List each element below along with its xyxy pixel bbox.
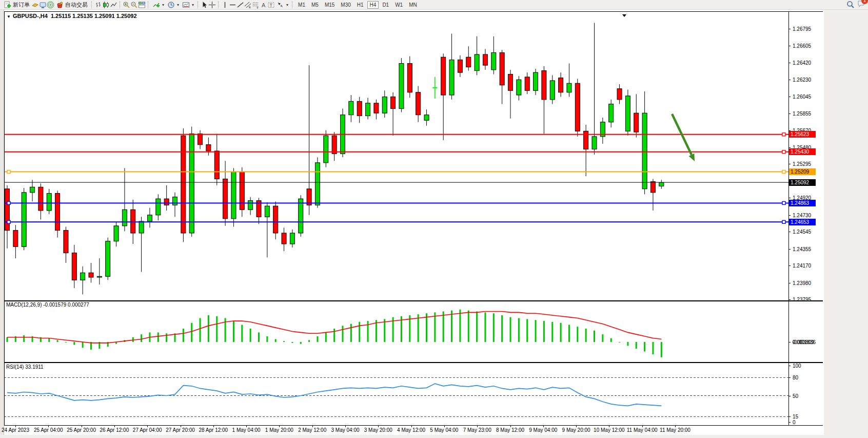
pane-splitter-rsi[interactable]: [4, 362, 823, 363]
scroll-position-marker[interactable]: [622, 14, 626, 17]
timeframe-h1[interactable]: H1: [354, 1, 366, 9]
equidistant-channel-tool-icon[interactable]: E: [244, 1, 252, 9]
macd-histogram-bar: [208, 315, 209, 342]
macd-histogram-bar: [23, 335, 25, 342]
vertical-line-tool-icon[interactable]: [221, 1, 229, 9]
main-toolbar: 新订单 自动交易: [0, 0, 868, 10]
macd-histogram-bar: [191, 323, 192, 342]
macd-histogram-bar: [258, 332, 260, 342]
macd-histogram-bar: [216, 316, 218, 342]
horizontal-line[interactable]: [4, 133, 788, 136]
macd-histogram-bar: [275, 339, 277, 342]
horizontal-line-tool-icon[interactable]: [229, 1, 236, 9]
crosshair-icon[interactable]: [208, 1, 216, 9]
timeframe-d1[interactable]: D1: [380, 1, 391, 9]
autotrade-button[interactable]: 自动交易: [54, 1, 89, 9]
rsi-pane[interactable]: [4, 363, 788, 425]
bar-chart-type-icon[interactable]: [94, 1, 102, 9]
price-tag: 1.24653: [789, 219, 816, 225]
macd-histogram-bar: [560, 323, 562, 342]
macd-histogram-bar: [82, 342, 84, 348]
rsi-tick-label: 80: [793, 375, 798, 380]
macd-histogram-bar: [484, 312, 486, 342]
svg-text:F: F: [257, 6, 259, 9]
toolbar-separator: [198, 2, 199, 8]
timeframe-m1[interactable]: M1: [295, 1, 308, 9]
notifications-button[interactable]: 1: [857, 0, 865, 10]
text-tool-icon[interactable]: A: [260, 1, 267, 9]
macd-histogram-bar: [594, 331, 595, 342]
macd-histogram-bar: [317, 336, 318, 342]
autotrade-bucket-icon: [56, 1, 64, 9]
macd-histogram-bar: [585, 329, 587, 342]
timeframe-m15[interactable]: M15: [322, 1, 337, 9]
new-order-icon: [4, 1, 11, 9]
macd-histogram-bar: [57, 340, 58, 342]
time-tick-label: 9 May 04:00: [529, 427, 557, 433]
macd-pane[interactable]: [4, 301, 788, 362]
rsi-tick-label: 15: [793, 414, 798, 420]
macd-histogram-bar: [250, 329, 251, 342]
text-label-tool-icon[interactable]: T: [267, 1, 275, 9]
pane-splitter-macd[interactable]: [4, 300, 823, 301]
macd-histogram-bar: [443, 311, 444, 342]
rsi-line: [7, 384, 661, 406]
candlestick-chart-type-icon[interactable]: [102, 1, 110, 9]
svg-text:A: A: [262, 2, 266, 8]
macd-tick-label: -0.001836: [793, 339, 816, 345]
indicators-button[interactable]: ▾: [151, 1, 166, 9]
arrows-tool-button[interactable]: ▾: [275, 1, 290, 9]
time-tick-label: 7 May 23:00: [463, 427, 491, 433]
macd-histogram-bar: [493, 313, 495, 342]
templates-button[interactable]: ▾: [181, 1, 195, 9]
price-tick-label: 1.24355: [793, 246, 811, 252]
price-tick-label: 1.24730: [793, 213, 811, 218]
fibonacci-tool-icon[interactable]: F: [252, 1, 260, 9]
dropdown-caret: ▾: [177, 3, 179, 7]
workspace-right-area: [824, 10, 868, 438]
toolbar-separator: [120, 2, 121, 8]
rsi-tick-label: 50: [793, 393, 798, 399]
macd-histogram-bar: [200, 318, 201, 342]
horizontal-line[interactable]: [4, 201, 788, 204]
horizontal-line[interactable]: [4, 170, 788, 174]
macd-histogram-bar: [501, 315, 503, 342]
price-tag: 1.25623: [789, 131, 816, 138]
new-order-button[interactable]: 新订单: [2, 1, 31, 9]
time-tick-label: 25 Apr 20:00: [67, 427, 96, 433]
horizontal-line[interactable]: [4, 150, 788, 154]
macd-histogram-bar: [141, 334, 142, 342]
horizontal-line[interactable]: [4, 220, 788, 223]
macd-histogram-bar: [568, 325, 570, 342]
macd-histogram-bar: [300, 342, 302, 344]
timeframe-m30[interactable]: M30: [338, 1, 353, 9]
timeframe-mn[interactable]: MN: [406, 1, 420, 9]
zoom-in-icon[interactable]: [123, 1, 130, 9]
workspace-bottom-area: [0, 435, 868, 438]
time-tick-label: 25 Apr 04:00: [34, 427, 63, 433]
tile-windows-icon[interactable]: [138, 1, 146, 9]
macd-histogram-bar: [551, 322, 553, 342]
zoom-out-icon[interactable]: [130, 1, 138, 9]
timeframe-h4[interactable]: H4: [367, 1, 379, 9]
toolbar-separator: [218, 2, 219, 8]
terminal-screen-icon[interactable]: [39, 1, 47, 9]
line-chart-type-icon[interactable]: [110, 1, 117, 9]
timeframe-m5[interactable]: M5: [309, 1, 321, 9]
sonar-signal-icon[interactable]: [47, 1, 54, 9]
periods-button[interactable]: ▾: [166, 1, 181, 9]
dropdown-caret: ▾: [192, 3, 194, 7]
gold-box-icon[interactable]: [31, 1, 39, 9]
cursor-icon[interactable]: [201, 1, 208, 9]
arrow-annotation[interactable]: [672, 114, 695, 161]
main-chart-pane[interactable]: [4, 11, 788, 300]
search-icon[interactable]: [846, 1, 854, 9]
rsi-indicator-label: RSI(14) 33.1911: [6, 364, 44, 370]
chart-title-dropdown-icon[interactable]: ▼: [7, 14, 11, 19]
macd-histogram-bar: [266, 336, 268, 342]
macd-histogram-bar: [644, 342, 645, 352]
timeframe-w1[interactable]: W1: [392, 1, 405, 9]
indicators-icon: [152, 1, 160, 9]
macd-histogram-bar: [476, 311, 478, 342]
trendline-tool-icon[interactable]: [236, 1, 244, 9]
